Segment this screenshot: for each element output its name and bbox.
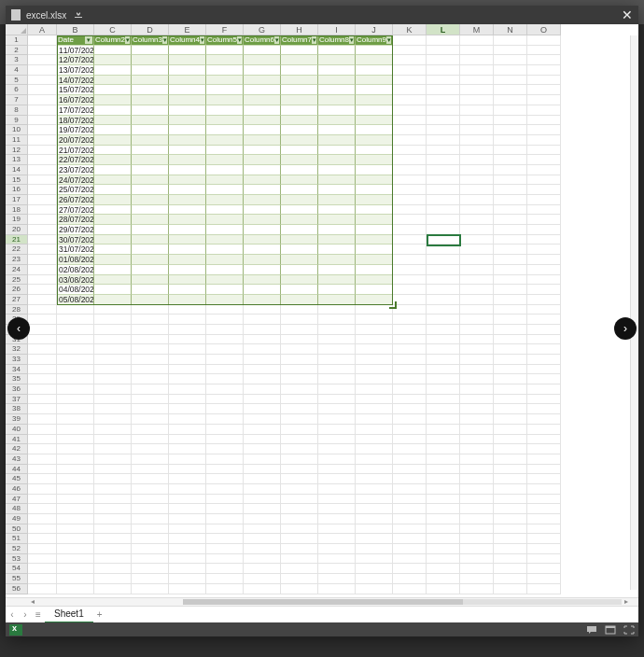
cell[interactable] — [393, 275, 427, 286]
cell[interactable] — [427, 116, 460, 126]
cell[interactable] — [281, 275, 318, 286]
cell[interactable] — [318, 65, 356, 76]
cell[interactable] — [206, 55, 244, 65]
cell[interactable] — [427, 55, 460, 65]
cell[interactable] — [318, 255, 356, 265]
cell[interactable] — [356, 544, 393, 554]
cell[interactable] — [527, 365, 561, 375]
cell[interactable] — [460, 355, 494, 365]
cell[interactable] — [132, 95, 169, 105]
cell[interactable] — [460, 255, 494, 265]
cell[interactable] — [281, 135, 318, 146]
cell[interactable] — [460, 484, 494, 495]
cell[interactable] — [318, 85, 356, 95]
cell[interactable] — [427, 235, 460, 245]
cell[interactable] — [318, 514, 356, 524]
filter-dropdown-icon[interactable]: ▾ — [200, 36, 204, 44]
cell[interactable] — [94, 46, 132, 56]
row-header[interactable]: 22 — [6, 245, 28, 255]
cell[interactable] — [57, 355, 94, 365]
cell[interactable] — [356, 76, 393, 86]
cell[interactable] — [393, 235, 427, 245]
cell[interactable]: 03/08/2021 — [57, 275, 94, 286]
cell[interactable] — [132, 344, 169, 355]
cell[interactable] — [57, 514, 94, 524]
row-header[interactable]: 13 — [6, 155, 28, 165]
cell[interactable] — [393, 225, 427, 235]
cell[interactable] — [356, 85, 393, 95]
cell[interactable] — [393, 175, 427, 186]
row-header[interactable]: 4 — [6, 65, 28, 76]
cell[interactable] — [460, 435, 494, 445]
cell[interactable] — [318, 374, 356, 384]
cell[interactable] — [132, 504, 169, 514]
cell[interactable] — [356, 146, 393, 156]
cell[interactable] — [206, 574, 244, 584]
cell[interactable] — [169, 365, 206, 375]
cell[interactable] — [356, 335, 393, 345]
cell[interactable] — [318, 495, 356, 505]
cell[interactable] — [527, 275, 561, 286]
row-header[interactable]: 42 — [6, 444, 28, 454]
cell[interactable] — [318, 435, 356, 445]
cell[interactable] — [460, 155, 494, 165]
cell[interactable] — [427, 404, 460, 414]
cell[interactable] — [356, 95, 393, 105]
cell[interactable] — [527, 484, 561, 495]
cell[interactable] — [318, 225, 356, 235]
cell[interactable]: 13/07/2021 — [57, 65, 94, 76]
cell[interactable] — [132, 365, 169, 375]
cell[interactable] — [527, 384, 561, 395]
cell[interactable] — [28, 544, 57, 554]
cell[interactable] — [132, 135, 169, 146]
cell[interactable] — [94, 524, 132, 535]
cell[interactable] — [318, 524, 356, 535]
cell[interactable] — [94, 265, 132, 275]
cell[interactable] — [206, 265, 244, 275]
cell[interactable] — [281, 544, 318, 554]
cell[interactable] — [281, 355, 318, 365]
cell[interactable]: Date▾ — [57, 35, 94, 46]
row-header[interactable]: 54 — [6, 564, 28, 574]
cell[interactable] — [94, 355, 132, 365]
cell[interactable]: Column9▾ — [356, 35, 393, 46]
cell[interactable] — [169, 465, 206, 475]
row-header[interactable]: 9 — [6, 116, 28, 126]
cell[interactable] — [356, 105, 393, 116]
cell[interactable] — [244, 554, 281, 565]
cell[interactable] — [494, 465, 527, 475]
cell[interactable] — [393, 395, 427, 405]
cell[interactable] — [281, 325, 318, 335]
cell[interactable] — [460, 35, 494, 46]
row-header[interactable]: 46 — [6, 484, 28, 495]
cell[interactable] — [393, 325, 427, 335]
cell[interactable] — [393, 46, 427, 56]
cell[interactable] — [393, 435, 427, 445]
cell[interactable] — [169, 495, 206, 505]
cell[interactable] — [244, 514, 281, 524]
horizontal-scroll-thumb[interactable] — [183, 599, 463, 605]
cell[interactable] — [356, 435, 393, 445]
cell[interactable] — [527, 195, 561, 205]
cell[interactable] — [494, 46, 527, 56]
select-all-corner[interactable] — [6, 24, 28, 35]
cell[interactable] — [427, 495, 460, 505]
cell[interactable] — [494, 125, 527, 135]
row-header[interactable]: 55 — [6, 574, 28, 584]
cell[interactable] — [206, 584, 244, 594]
row-header[interactable]: 47 — [6, 495, 28, 505]
cell[interactable] — [244, 384, 281, 395]
cell[interactable] — [318, 504, 356, 514]
cell[interactable] — [527, 465, 561, 475]
cell[interactable] — [356, 425, 393, 435]
cell[interactable] — [281, 155, 318, 165]
cell[interactable] — [132, 584, 169, 594]
cell[interactable] — [206, 404, 244, 414]
cell[interactable] — [94, 404, 132, 414]
cell[interactable] — [281, 85, 318, 95]
cell[interactable] — [494, 435, 527, 445]
cell[interactable] — [169, 225, 206, 235]
cell[interactable] — [494, 414, 527, 425]
cell[interactable] — [281, 465, 318, 475]
cell[interactable] — [527, 305, 561, 315]
